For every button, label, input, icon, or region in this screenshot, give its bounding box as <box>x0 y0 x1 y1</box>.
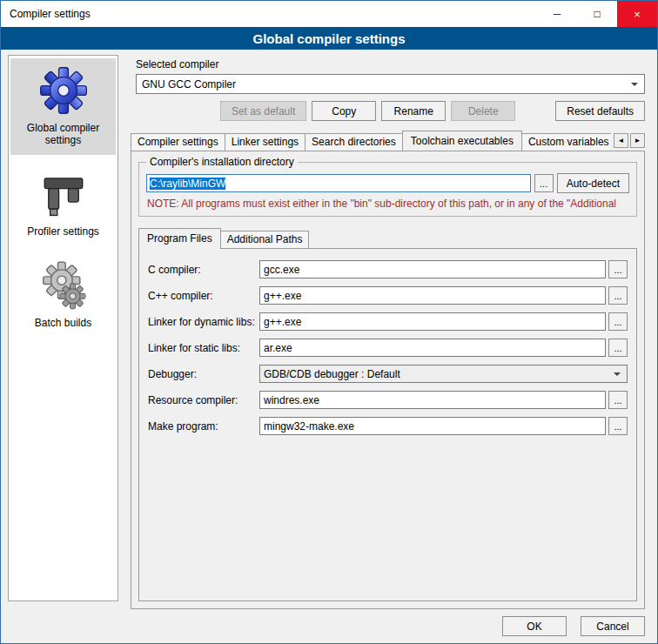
installation-directory-selected-text: C:\raylib\MinGW <box>150 178 225 190</box>
titlebar: Compiler settings ─ □ × <box>1 1 657 27</box>
debugger-select-value: GDB/CDB debugger : Default <box>264 368 400 380</box>
tab-scroll-left-button[interactable]: ◄ <box>614 133 628 148</box>
blue-gear-icon <box>38 65 89 116</box>
static-linker-input[interactable]: ar.exe <box>259 339 606 357</box>
installation-directory-browse-button[interactable]: ... <box>534 174 554 192</box>
resource-compiler-label: Resource compiler: <box>148 394 259 406</box>
auto-detect-button[interactable]: Auto-detect <box>557 173 629 193</box>
category-sidebar: Global compiler settings Profiler settin… <box>8 55 118 601</box>
sidebar-item-batch-builds[interactable]: Batch builds <box>10 253 116 338</box>
tab-scroll-right-button[interactable]: ► <box>630 133 645 148</box>
sidebar-item-label: Global compiler settings <box>12 122 114 146</box>
tab-scroll-left-icon: ◄ <box>618 137 625 144</box>
tabs-clip: Compiler settings Linker settings Search… <box>131 130 611 151</box>
debugger-select[interactable]: GDB/CDB debugger : Default <box>259 365 628 383</box>
dialog-header: Global compiler settings <box>1 27 657 50</box>
tab-search-directories[interactable]: Search directories <box>305 133 403 151</box>
cpp-compiler-label: C++ compiler: <box>148 290 259 302</box>
form-row: Debugger: GDB/CDB debugger : Default <box>148 365 628 383</box>
selected-compiler-label: Selected compiler <box>136 58 650 70</box>
cpp-compiler-input[interactable]: g++.exe <box>259 286 606 305</box>
form-row: Make program: mingw32-make.exe ... <box>148 417 628 435</box>
chevron-down-icon <box>631 83 638 90</box>
resource-compiler-input[interactable]: windres.exe <box>259 391 606 409</box>
program-files-tabstrip: Program Files Additional Paths <box>138 227 637 248</box>
resource-compiler-browse-button[interactable]: ... <box>608 391 628 409</box>
compiler-actions: Set as default Copy Rename Delete Reset … <box>136 101 645 121</box>
maximize-icon: □ <box>594 8 600 20</box>
chevron-down-icon <box>614 372 621 379</box>
profiler-tool-icon <box>38 169 89 219</box>
installation-directory-legend: Compiler's installation directory <box>146 156 298 168</box>
form-row: Linker for static libs: ar.exe ... <box>148 339 628 357</box>
form-row: Resource compiler: windres.exe ... <box>148 391 628 409</box>
settings-tabstrip: Compiler settings Linker settings Search… <box>131 130 645 151</box>
reset-defaults-button[interactable]: Reset defaults <box>555 101 645 121</box>
installation-directory-row: C:\raylib\MinGW ... Auto-detect <box>146 173 629 193</box>
bin-subdirectory-note: NOTE: All programs must exist either in … <box>147 198 628 210</box>
compiler-settings-dialog: Compiler settings ─ □ × Global compiler … <box>0 0 658 644</box>
c-compiler-label: C compiler: <box>148 264 259 276</box>
form-row: C compiler: gcc.exe ... <box>148 260 628 278</box>
form-row: Linker for dynamic libs: g++.exe ... <box>148 312 628 331</box>
dynamic-linker-label: Linker for dynamic libs: <box>148 316 259 328</box>
make-program-label: Make program: <box>148 420 259 433</box>
installation-directory-input[interactable]: C:\raylib\MinGW <box>146 174 531 192</box>
static-linker-browse-button[interactable]: ... <box>608 339 628 357</box>
main-content: Selected compiler GNU GCC Compiler Set a… <box>127 55 650 609</box>
set-as-default-button[interactable]: Set as default <box>220 101 306 121</box>
close-icon: × <box>634 8 641 21</box>
maximize-button[interactable]: □ <box>577 1 617 27</box>
compiler-select-value: GNU GCC Compiler <box>142 78 236 91</box>
gray-gears-icon <box>38 260 89 311</box>
c-compiler-browse-button[interactable]: ... <box>608 260 628 278</box>
dialog-footer: OK Cancel <box>502 616 645 636</box>
minimize-icon: ─ <box>554 8 561 20</box>
tab-program-files[interactable]: Program Files <box>138 228 221 249</box>
debugger-label: Debugger: <box>148 368 259 380</box>
c-compiler-input[interactable]: gcc.exe <box>259 260 606 278</box>
sidebar-item-label: Profiler settings <box>27 225 99 238</box>
static-linker-label: Linker for static libs: <box>148 342 259 354</box>
program-files-panel: C compiler: gcc.exe ... C++ compiler: g+… <box>138 248 637 601</box>
tab-linker-settings[interactable]: Linker settings <box>225 133 306 151</box>
tab-scroll-arrows: ◄ ► <box>614 133 645 148</box>
dialog-body: Global compiler settings Profiler settin… <box>1 50 657 643</box>
form-row: C++ compiler: g++.exe ... <box>148 286 628 305</box>
delete-button[interactable]: Delete <box>451 101 515 121</box>
minimize-button[interactable]: ─ <box>537 1 577 27</box>
tab-toolchain-executables[interactable]: Toolchain executables <box>402 131 522 151</box>
window-title: Compiler settings <box>1 1 537 27</box>
make-program-browse-button[interactable]: ... <box>608 417 628 435</box>
sidebar-item-label: Batch builds <box>35 317 91 329</box>
cancel-button[interactable]: Cancel <box>581 616 645 636</box>
dynamic-linker-input[interactable]: g++.exe <box>259 312 606 331</box>
tab-custom-variables[interactable]: Custom variables <box>521 133 611 151</box>
copy-button[interactable]: Copy <box>312 101 376 121</box>
rename-button[interactable]: Rename <box>381 101 446 121</box>
close-button[interactable]: × <box>617 1 657 27</box>
sidebar-item-profiler-settings[interactable]: Profiler settings <box>10 162 116 246</box>
make-program-input[interactable]: mingw32-make.exe <box>259 417 606 435</box>
tab-scroll-right-icon: ► <box>634 137 641 144</box>
installation-directory-group: Compiler's installation directory C:\ray… <box>138 162 637 217</box>
dynamic-linker-browse-button[interactable]: ... <box>608 312 628 331</box>
compiler-select[interactable]: GNU GCC Compiler <box>136 74 645 94</box>
sidebar-item-global-compiler-settings[interactable]: Global compiler settings <box>10 58 116 155</box>
tab-compiler-settings[interactable]: Compiler settings <box>131 133 225 151</box>
tab-additional-paths[interactable]: Additional Paths <box>220 231 310 248</box>
ok-button[interactable]: OK <box>502 616 567 636</box>
cpp-compiler-browse-button[interactable]: ... <box>608 286 628 305</box>
toolchain-executables-panel: Compiler's installation directory C:\ray… <box>131 151 645 609</box>
